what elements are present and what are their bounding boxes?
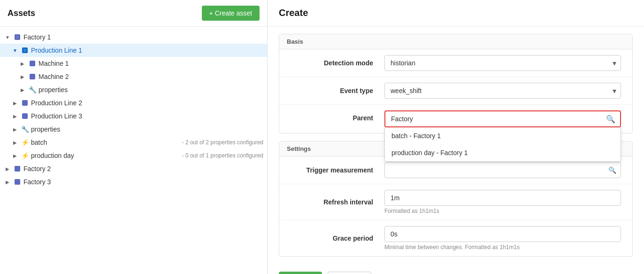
assets-title: Assets [8,8,35,18]
grace-period-label: Grace period [291,235,384,242]
cube-blue-icon [21,46,29,55]
tree-item-production-day[interactable]: ▶ ⚡ production day - 0 out of 1 properti… [0,149,267,162]
chevron-icon: ▶ [4,178,11,186]
grace-period-input[interactable] [384,226,621,242]
cube-icon [28,59,37,68]
cube-icon [21,99,29,107]
refresh-interval-control: Formatted as 1h1m1s [384,190,621,214]
refresh-interval-row: Refresh interval Formatted as 1h1m1s [279,184,632,220]
svg-rect-2 [30,61,35,66]
footer-actions: Submit Cancel [268,264,644,274]
parent-dropdown: batch - Factory 1 production day - Facto… [384,127,621,162]
event-type-select-wrapper: week_shift day_shift custom ▾ [384,83,621,99]
tree-item-label: Production Line 1 [31,47,263,54]
grace-period-hint: Minimal time between changes. Formatted … [384,244,621,251]
trigger-control: 🔍 [384,162,621,178]
tree-item-production-line-3[interactable]: ▶ Production Line 3 [0,110,267,123]
refresh-interval-input[interactable] [384,190,621,206]
grace-period-control: Minimal time between changes. Formatted … [384,226,621,251]
tree-item-label: production day [31,152,180,159]
tree-item-production-line-2[interactable]: ▶ Production Line 2 [0,96,267,110]
tree-item-label: batch [31,139,180,146]
chevron-icon: ▶ [11,99,19,107]
right-panel: Create Basis Detection mode historian ma… [268,0,644,274]
chevron-icon: ▶ [4,165,11,172]
bolt-icon: ⚡ [21,151,29,160]
tree-item-properties-pl1[interactable]: ▶ 🔧 properties [0,83,267,96]
detection-mode-control: historian manual automatic ▾ [384,55,621,71]
event-type-label: Event type [291,87,384,94]
tree-item-label: Machine 1 [38,60,263,67]
dropdown-item-batch-factory1[interactable]: batch - Factory 1 [385,127,621,144]
chevron-icon: ▶ [11,112,19,120]
search-icon: 🔍 [608,166,616,174]
svg-rect-3 [30,74,35,79]
tree-item-batch[interactable]: ▶ ⚡ batch - 2 out of 2 properties config… [0,136,267,149]
tree-item-machine2[interactable]: ▶ Machine 2 [0,70,267,83]
left-panel: Assets + Create asset ▼ Factory 1 ▼ [0,0,268,274]
create-asset-button[interactable]: + Create asset [202,6,260,21]
create-form-title: Create [268,0,644,26]
dropdown-item-production-day-factory1[interactable]: production day - Factory 1 [385,144,621,161]
cube-icon [13,33,22,41]
tree-item-label: Factory 3 [23,178,263,186]
parent-search-input[interactable] [385,111,620,126]
parent-control: 🔍 batch - Factory 1 production day - Fac… [384,110,621,127]
wrench-icon: 🔧 [28,86,37,94]
trigger-measurement-input[interactable] [384,162,621,178]
chevron-icon: ▶ [19,86,26,94]
parent-input-wrapper: 🔍 [384,110,621,127]
tree-item-sub-label: - 0 out of 1 properties configured [182,152,263,159]
svg-rect-7 [15,179,20,185]
tree-item-label: properties [31,125,263,133]
event-type-row: Event type week_shift day_shift custom ▾ [279,77,632,105]
svg-rect-6 [15,166,20,172]
cube-icon [13,164,22,173]
tree-item-label: properties [38,86,263,94]
cancel-button[interactable]: Cancel [328,272,372,274]
detection-mode-label: Detection mode [291,59,384,67]
tree-item-properties-f1[interactable]: ▶ 🔧 properties [0,123,267,136]
chevron-icon: ▶ [11,139,19,146]
submit-button[interactable]: Submit [279,272,322,274]
svg-rect-4 [22,100,28,106]
tree-item-sub-label: - 2 out of 2 properties configured [182,139,263,146]
tree-item-label: Production Line 3 [31,112,263,120]
tree-item-label: Machine 2 [38,73,263,80]
tree-item-label: Production Line 2 [31,99,263,107]
tree-item-production-line-1[interactable]: ▼ Production Line 1 [0,44,267,57]
parent-row: Parent 🔍 batch - Factory 1 production da… [279,105,632,133]
cube-icon [21,112,29,120]
wrench-icon: 🔧 [21,125,29,133]
left-header: Assets + Create asset [0,0,267,27]
detection-mode-select[interactable]: historian manual automatic [384,55,621,71]
cube-icon [28,72,37,81]
tree-item-factory1[interactable]: ▼ Factory 1 [0,31,267,44]
basis-section: Basis Detection mode historian manual au… [279,34,633,133]
chevron-icon: ▶ [19,73,26,80]
chevron-icon: ▼ [4,33,11,41]
detection-mode-row: Detection mode historian manual automati… [279,49,632,77]
parent-label: Parent [291,110,384,122]
asset-tree: ▼ Factory 1 ▼ Production Line 1 ▶ [0,27,267,274]
detection-mode-select-wrapper: historian manual automatic ▾ [384,55,621,71]
chevron-icon: ▶ [11,152,19,159]
refresh-interval-hint: Formatted as 1h1m1s [384,208,621,214]
search-icon: 🔍 [606,115,615,124]
cube-icon [13,178,22,186]
bolt-icon: ⚡ [21,138,29,147]
svg-rect-5 [22,113,28,119]
tree-item-factory2[interactable]: ▶ Factory 2 [0,162,267,175]
trigger-label: Trigger measurement [291,166,384,174]
event-type-control: week_shift day_shift custom ▾ [384,83,621,99]
tree-item-label: Factory 2 [23,165,263,172]
grace-period-row: Grace period Minimal time between change… [279,220,632,256]
basis-section-title: Basis [279,34,632,49]
chevron-icon: ▶ [11,125,19,133]
tree-item-factory3[interactable]: ▶ Factory 3 [0,175,267,188]
chevron-icon: ▶ [19,60,26,67]
tree-item-label: Factory 1 [23,33,263,41]
refresh-interval-label: Refresh interval [291,198,384,206]
tree-item-machine1[interactable]: ▶ Machine 1 [0,57,267,70]
event-type-select[interactable]: week_shift day_shift custom [384,83,621,99]
